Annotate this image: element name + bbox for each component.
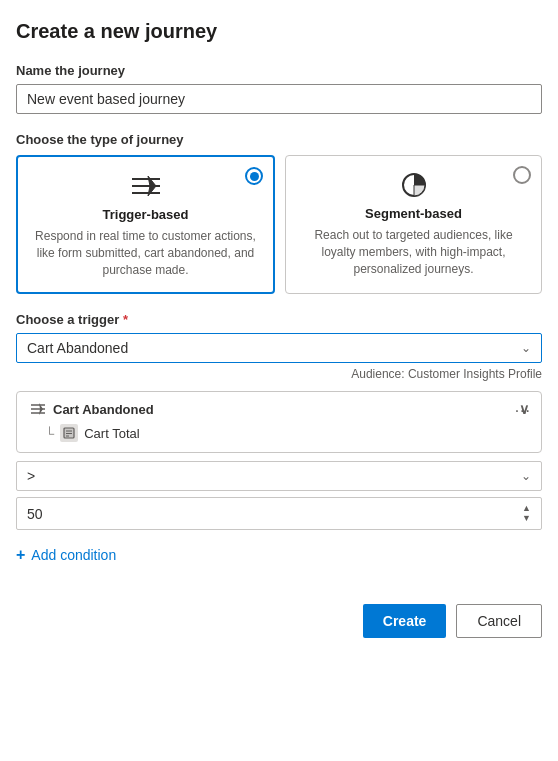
condition-box: ... Cart Abandoned ∨ └	[16, 391, 542, 453]
required-star: *	[123, 312, 128, 327]
value-input-wrapper: 50 ▲ ▼	[16, 497, 542, 530]
stepper-up-icon[interactable]: ▲	[522, 504, 531, 513]
operator-chevron-icon: ⌄	[521, 469, 531, 483]
add-condition-plus-icon: +	[16, 546, 25, 564]
trigger-dropdown[interactable]: Cart Abandoned ⌄	[16, 333, 542, 363]
cart-abandoned-icon	[29, 400, 47, 418]
journey-type-segment[interactable]: Segment-based Reach out to targeted audi…	[285, 155, 542, 294]
segment-icon	[298, 170, 529, 200]
radio-trigger	[245, 167, 263, 185]
page-title: Create a new journey	[16, 20, 542, 43]
tree-connector-icon: └	[45, 426, 54, 441]
trigger-based-title: Trigger-based	[30, 207, 261, 222]
name-label: Name the journey	[16, 63, 542, 78]
tree-root-label: Cart Abandoned	[53, 402, 154, 417]
trigger-value: Cart Abandoned	[27, 340, 128, 356]
footer-buttons: Create Cancel	[16, 604, 542, 638]
radio-segment	[513, 166, 531, 184]
tree-child-label: Cart Total	[84, 426, 139, 441]
cancel-button[interactable]: Cancel	[456, 604, 542, 638]
trigger-label: Choose a trigger *	[16, 312, 542, 327]
add-condition-label: Add condition	[31, 547, 116, 563]
trigger-chevron-icon: ⌄	[521, 341, 531, 355]
segment-based-desc: Reach out to targeted audiences, like lo…	[298, 227, 529, 277]
cart-total-icon	[60, 424, 78, 442]
tree-child-item: └ Cart Total	[17, 422, 541, 452]
stepper-arrows: ▲ ▼	[522, 504, 531, 523]
segment-based-title: Segment-based	[298, 206, 529, 221]
journey-name-input[interactable]	[16, 84, 542, 114]
journey-type-trigger[interactable]: Trigger-based Respond in real time to cu…	[16, 155, 275, 294]
journey-type-label: Choose the type of journey	[16, 132, 542, 147]
stepper-down-icon[interactable]: ▼	[522, 514, 531, 523]
operator-value: >	[27, 468, 35, 484]
trigger-based-desc: Respond in real time to customer actions…	[30, 228, 261, 278]
add-condition-row[interactable]: + Add condition	[16, 546, 542, 564]
audience-label: Audience: Customer Insights Profile	[16, 367, 542, 381]
create-button[interactable]: Create	[363, 604, 447, 638]
dots-menu-icon[interactable]: ...	[515, 398, 531, 416]
journey-type-options: Trigger-based Respond in real time to cu…	[16, 155, 542, 294]
trigger-icon	[30, 171, 261, 201]
value-display[interactable]: 50	[27, 506, 43, 522]
tree-root-item: Cart Abandoned ∨	[17, 392, 541, 422]
operator-dropdown[interactable]: > ⌄	[16, 461, 542, 491]
